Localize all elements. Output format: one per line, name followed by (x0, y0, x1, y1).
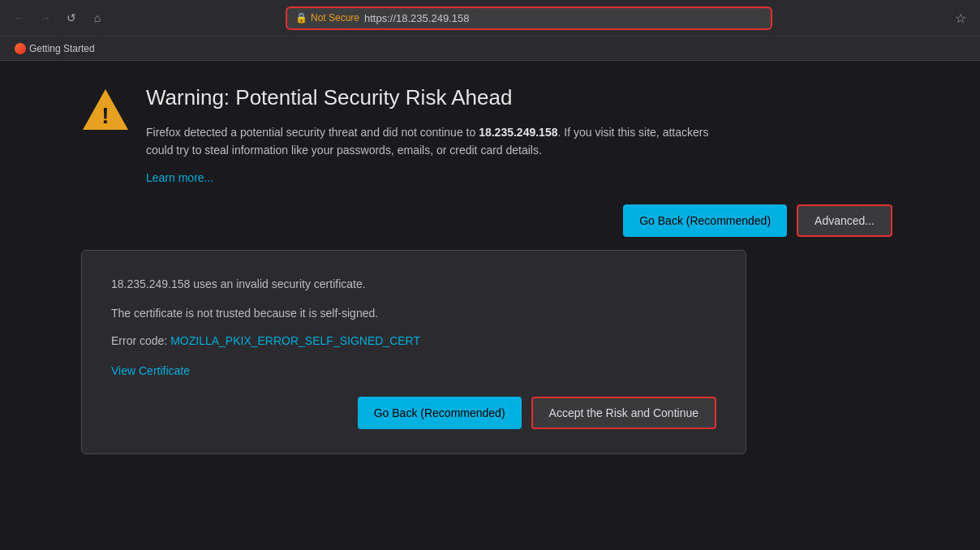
description-part1: Firefox detected a potential security th… (146, 126, 479, 139)
warning-header: ! Warning: Potential Security Risk Ahead… (81, 85, 899, 185)
forward-button[interactable]: → (34, 6, 57, 29)
browser-toolbar: ← → ↺ ⌂ 🔒 Not Secure https://18.235.249.… (0, 0, 980, 36)
error-code-link[interactable]: MOZILLA_PKIX_ERROR_SELF_SIGNED_CERT (170, 334, 420, 347)
security-label: Not Secure (311, 12, 359, 24)
main-content: ! Warning: Potential Security Risk Ahead… (0, 61, 980, 550)
home-button[interactable]: ⌂ (86, 6, 109, 29)
lock-icon: 🔒 (295, 12, 307, 24)
security-indicator: 🔒 Not Secure (295, 12, 359, 24)
reload-button[interactable]: ↺ (60, 6, 83, 29)
bookmark-star-button[interactable]: ☆ (949, 6, 972, 29)
error-code-prefix: Error code: (111, 334, 170, 347)
warning-icon-container: ! (81, 85, 130, 137)
go-back-recommended-button-bottom[interactable]: Go Back (Recommended) (358, 397, 522, 429)
firefox-favicon (15, 43, 26, 54)
back-button[interactable]: ← (8, 6, 31, 29)
warning-content: Warning: Potential Security Risk Ahead F… (146, 85, 730, 185)
top-buttons-row: Go Back (Recommended) Advanced... (81, 204, 892, 237)
go-back-recommended-button-top[interactable]: Go Back (Recommended) (623, 204, 787, 237)
advanced-button[interactable]: Advanced... (797, 204, 892, 237)
advanced-panel: 18.235.249.158 uses an invalid security … (81, 250, 746, 454)
advanced-text-line1: 18.235.249.158 uses an invalid security … (111, 275, 716, 293)
svg-text:!: ! (101, 103, 109, 128)
accept-risk-button[interactable]: Accept the Risk and Continue (531, 397, 716, 429)
learn-more-link[interactable]: Learn more... (146, 171, 213, 184)
getting-started-bookmark[interactable]: Getting Started (8, 41, 101, 56)
url-text: https://18.235.249.158 (364, 12, 469, 24)
bookmark-label: Getting Started (29, 43, 95, 54)
address-bar-container: 🔒 Not Secure https://18.235.249.158 (115, 6, 943, 30)
browser-chrome: ← → ↺ ⌂ 🔒 Not Secure https://18.235.249.… (0, 0, 980, 61)
warning-triangle-icon: ! (81, 85, 130, 134)
error-code-line: Error code: MOZILLA_PKIX_ERROR_SELF_SIGN… (111, 334, 716, 347)
page-title: Warning: Potential Security Risk Ahead (146, 85, 730, 110)
bookmarks-bar: Getting Started (0, 36, 980, 60)
view-certificate-link[interactable]: View Certificate (111, 364, 190, 377)
view-certificate-container: View Certificate (111, 363, 716, 397)
warning-description: Firefox detected a potential security th… (146, 123, 730, 160)
address-bar[interactable]: 🔒 Not Secure https://18.235.249.158 (286, 6, 772, 30)
advanced-text-line2: The certificate is not trusted because i… (111, 304, 716, 322)
description-host: 18.235.249.158 (479, 126, 557, 139)
advanced-buttons-row: Go Back (Recommended) Accept the Risk an… (111, 397, 716, 429)
nav-buttons: ← → ↺ ⌂ (8, 6, 109, 29)
